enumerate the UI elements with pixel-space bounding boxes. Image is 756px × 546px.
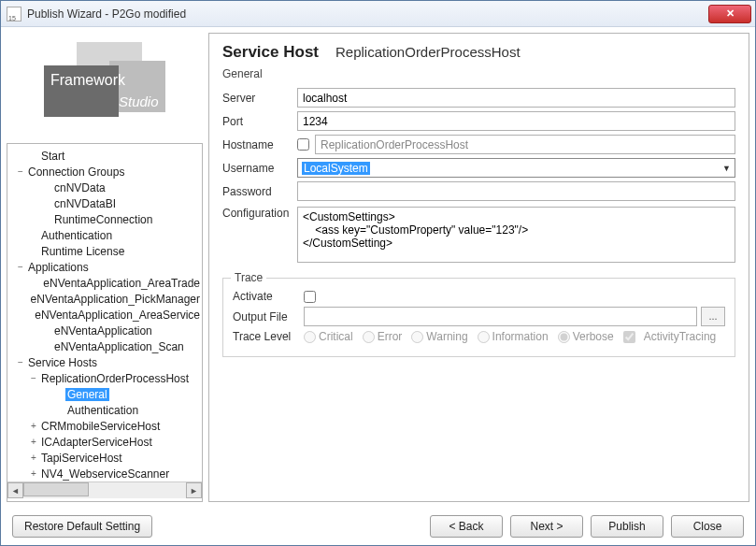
configuration-label: Configuration xyxy=(222,207,297,220)
tree-item-label: NV4_WebserviceScanner xyxy=(39,467,171,481)
expand-icon[interactable]: + xyxy=(28,453,39,463)
app-icon xyxy=(7,7,21,22)
restore-default-button[interactable]: Restore Default Setting xyxy=(12,515,152,538)
trace-critical-radio xyxy=(304,331,316,343)
tree-item[interactable]: eNVentaApplication xyxy=(7,323,202,338)
tree-item-label: eNVentaApplication xyxy=(52,324,154,338)
trace-verbose-radio xyxy=(558,331,570,343)
footer: Restore Default Setting < Back Next > Pu… xyxy=(1,508,755,545)
tree-item-label: Start xyxy=(39,150,66,163)
hostname-checkbox[interactable] xyxy=(297,138,309,151)
page-title: Service Host xyxy=(222,43,319,62)
tree-item[interactable]: eNVentaApplication_PickManager xyxy=(7,291,202,307)
trace-information-radio xyxy=(478,331,490,343)
tree-item[interactable]: +NV4_WebserviceScanner xyxy=(7,466,202,481)
tree-item[interactable]: General xyxy=(7,386,202,402)
tree-item[interactable]: eNVentaApplication_AreaService xyxy=(7,307,202,323)
tree-horizontal-scrollbar[interactable]: ◄► xyxy=(7,481,202,498)
next-button[interactable]: Next > xyxy=(510,515,583,538)
hostname-input xyxy=(315,135,735,154)
port-input[interactable] xyxy=(297,111,735,131)
password-input[interactable] xyxy=(297,181,735,201)
back-button[interactable]: < Back xyxy=(430,515,503,538)
tree-item[interactable]: eNVentaApplication_Scan xyxy=(7,338,202,354)
trace-legend: Trace xyxy=(231,271,266,284)
server-label: Server xyxy=(222,92,297,105)
trace-activity-checkbox xyxy=(623,331,635,343)
hostname-label: Hostname xyxy=(222,138,297,151)
username-label: Username xyxy=(222,162,297,175)
framework-studio-logo: Framework Studio xyxy=(7,33,203,136)
section-heading: General xyxy=(222,67,735,80)
output-file-label: Output File xyxy=(233,310,304,323)
collapse-icon[interactable]: − xyxy=(28,373,39,383)
tree-item-label: eNVentaApplication_AreaService xyxy=(33,309,202,322)
expand-icon[interactable]: + xyxy=(28,437,39,447)
collapse-icon[interactable]: − xyxy=(15,262,26,272)
tree-item[interactable]: Start xyxy=(7,148,202,164)
content-panel: Service Host ReplicationOrderProcessHost… xyxy=(208,33,749,502)
tree-item[interactable]: eNVentaApplication_AreaTrade xyxy=(7,275,202,291)
trace-group: Trace Activate Output File ... Trace Lev… xyxy=(222,278,735,357)
chevron-down-icon: ▼ xyxy=(722,164,731,173)
tree-item[interactable]: Authentication xyxy=(7,402,202,418)
scroll-right-icon[interactable]: ► xyxy=(186,482,202,498)
tree-item-label: RuntimeConnection xyxy=(52,213,154,226)
trace-level-radios: Critical Error Warning Information Verbo… xyxy=(304,330,716,343)
tree-item-label: cnNVDataBI xyxy=(52,197,118,210)
tree-item[interactable]: −Service Hosts xyxy=(7,354,202,370)
tree-item-label: ICAdapterServiceHost xyxy=(39,436,154,449)
window-title: Publish Wizard - P2Go modified xyxy=(27,7,708,21)
username-select[interactable]: LocalSystem ▼ xyxy=(297,158,735,178)
tree-item-label: Applications xyxy=(26,261,91,274)
activate-label: Activate xyxy=(233,290,304,303)
tree-item-label: cnNVData xyxy=(52,181,107,194)
scroll-thumb[interactable] xyxy=(23,482,89,496)
tree-item-label: ReplicationOrderProcessHost xyxy=(39,372,191,385)
tree-item[interactable]: cnNVData xyxy=(7,180,202,195)
collapse-icon[interactable]: − xyxy=(15,357,26,367)
activate-checkbox[interactable] xyxy=(304,291,316,303)
tree-item-label: Authentication xyxy=(65,404,140,417)
tree-item[interactable]: Authentication xyxy=(7,227,202,243)
tree-item-label: Authentication xyxy=(39,229,114,242)
tree-item[interactable]: −Connection Groups xyxy=(7,164,202,180)
tree-item[interactable]: −ReplicationOrderProcessHost xyxy=(7,370,202,386)
tree-item-label: eNVentaApplication_Scan xyxy=(52,340,186,353)
tree-item-label: eNVentaApplication_AreaTrade xyxy=(41,277,202,290)
tree-item[interactable]: +ICAdapterServiceHost xyxy=(7,434,202,450)
navigation-tree[interactable]: Start−Connection GroupscnNVDatacnNVDataB… xyxy=(7,143,203,502)
tree-item[interactable]: −Applications xyxy=(7,259,202,275)
trace-level-label: Trace Level xyxy=(233,330,304,343)
tree-item[interactable]: +TapiServiceHost xyxy=(7,450,202,466)
tree-item-label: eNVentaApplication_PickManager xyxy=(29,293,202,306)
publish-wizard-window: Publish Wizard - P2Go modified ✕ Framewo… xyxy=(0,0,756,546)
tree-item-label: CRMmobileServiceHost xyxy=(39,420,162,433)
port-label: Port xyxy=(222,115,297,128)
close-icon[interactable]: ✕ xyxy=(708,5,751,23)
expand-icon[interactable]: + xyxy=(28,421,39,431)
service-host-name: ReplicationOrderProcessHost xyxy=(335,44,521,60)
trace-error-radio xyxy=(363,331,375,343)
close-button[interactable]: Close xyxy=(671,515,744,538)
configuration-textarea[interactable] xyxy=(297,207,735,263)
server-input[interactable] xyxy=(297,88,735,108)
trace-warning-radio xyxy=(411,331,423,343)
titlebar[interactable]: Publish Wizard - P2Go modified ✕ xyxy=(1,1,755,27)
tree-item-label: TapiServiceHost xyxy=(39,452,124,465)
collapse-icon[interactable]: − xyxy=(15,166,26,177)
browse-button[interactable]: ... xyxy=(701,307,725,326)
tree-item-label: Service Hosts xyxy=(26,356,99,369)
scroll-left-icon[interactable]: ◄ xyxy=(7,482,23,498)
tree-item[interactable]: +CRMmobileServiceHost xyxy=(7,418,202,434)
publish-button[interactable]: Publish xyxy=(591,515,663,538)
tree-item[interactable]: cnNVDataBI xyxy=(7,195,202,211)
tree-item-label: General xyxy=(65,388,109,401)
password-label: Password xyxy=(222,185,297,198)
tree-item-label: Runtime License xyxy=(39,245,126,258)
tree-item[interactable]: RuntimeConnection xyxy=(7,211,202,227)
tree-item[interactable]: Runtime License xyxy=(7,243,202,259)
output-file-input xyxy=(304,307,697,326)
expand-icon[interactable]: + xyxy=(28,468,39,479)
tree-item-label: Connection Groups xyxy=(26,165,126,179)
